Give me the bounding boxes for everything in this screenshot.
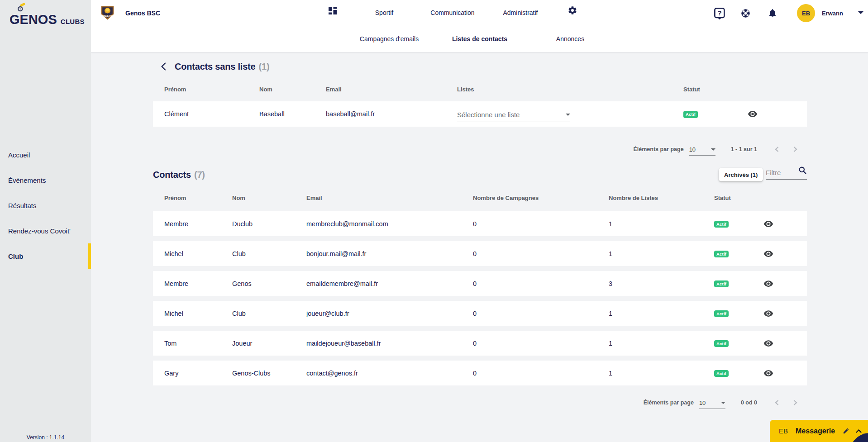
user-menu-caret-icon[interactable]	[858, 11, 863, 14]
column-header-nom: Nom	[232, 195, 306, 201]
cell-first-name: Membre	[164, 220, 232, 228]
cell-email: emaildemembre@mail.fr	[306, 280, 473, 287]
logo-text-primary: GENOS	[10, 12, 57, 27]
subnav-item-campagnes[interactable]: Campagnes d'emails	[360, 35, 419, 43]
paginator-label: Éléments par page	[633, 146, 683, 152]
list-select-placeholder: Sélectionne une liste	[457, 111, 520, 119]
nav-item-communication[interactable]: Communication	[430, 9, 474, 16]
compose-pencil-icon[interactable]	[843, 428, 849, 434]
cell-email: contact@genos.fr	[306, 370, 473, 377]
nav-item-sportif[interactable]: Sportif	[375, 9, 393, 16]
cell-campaigns: 0	[473, 220, 609, 228]
cell-lists: 1	[609, 340, 714, 347]
cell-last-name: Joueur	[232, 340, 306, 347]
cell-campaigns: 0	[473, 310, 609, 317]
cell-last-name: Genos-Clubs	[232, 370, 306, 377]
search-icon[interactable]	[798, 166, 807, 175]
table-row: Michel Club joueur@club.fr 0 1 Actif	[153, 301, 807, 326]
settings-gear-icon[interactable]	[568, 5, 577, 15]
status-badge: Actif	[714, 251, 729, 257]
view-eye-icon[interactable]	[762, 219, 775, 229]
paginator-range: 0 od 0	[741, 399, 757, 406]
section-title-text: Contacts	[153, 170, 191, 180]
cell-first-name: Tom	[164, 340, 232, 347]
app-logo: GENOS CLUBS	[10, 12, 85, 27]
page-size-value: 10	[689, 146, 696, 153]
view-eye-icon[interactable]	[762, 338, 775, 348]
section-count: (1)	[259, 62, 270, 71]
column-header-statut: Statut	[714, 195, 751, 201]
cell-email: maildejoueur@baseball.fr	[306, 340, 473, 347]
apps-grid-icon[interactable]	[329, 7, 337, 14]
select-caret-icon	[721, 402, 725, 404]
table-row: Michel Club bonjour.mail@mail.fr 0 1 Act…	[153, 241, 807, 266]
subnav-item-listes-de-contacts[interactable]: Listes de contacts	[452, 35, 507, 43]
select-caret-icon	[711, 148, 715, 151]
archived-button[interactable]: Archivés (1)	[719, 168, 763, 181]
table-row: Clément Baseball baseball@mail.fr Sélect…	[153, 101, 807, 127]
list-select[interactable]: Sélectionne une liste	[457, 111, 570, 122]
cell-campaigns: 0	[473, 340, 609, 347]
cell-lists: 1	[609, 220, 714, 228]
view-eye-icon[interactable]	[762, 249, 775, 259]
sidebar-item-rendez-vous-covoit[interactable]: Rendez-vous Covoit'	[0, 218, 91, 243]
cell-last-name: Club	[232, 310, 306, 317]
table-row: Gary Genos-Clubs contact@genos.fr 0 1 Ac…	[153, 361, 807, 385]
cell-first-name: Michel	[164, 250, 232, 257]
column-header-prenom: Prénom	[164, 86, 259, 93]
cell-last-name: Genos	[232, 280, 306, 287]
sidebar-item-club[interactable]: Club	[0, 243, 91, 269]
column-header-nombre-campagnes: Nombre de Campagnes	[473, 195, 609, 201]
club-name: Genos BSC	[125, 10, 160, 17]
filter-input[interactable]	[766, 166, 797, 178]
messenger-title: Messagerie	[796, 427, 835, 435]
sidebar-item-resultats[interactable]: Résultats	[0, 193, 91, 218]
view-eye-icon[interactable]	[746, 109, 759, 119]
contacts-table-header: Prénom Nom Email Nombre de Campagnes Nom…	[153, 190, 807, 205]
subnav-item-annonces[interactable]: Annonces	[556, 35, 584, 43]
sidebar-item-label: Rendez-vous Covoit'	[8, 227, 71, 235]
svg-text:?: ?	[717, 9, 721, 17]
status-badge: Actif	[683, 111, 698, 118]
status-badge: Actif	[714, 370, 729, 377]
next-page-icon[interactable]	[790, 397, 801, 409]
sidebar-item-accueil[interactable]: Accueil	[0, 142, 91, 167]
expand-chevron-up-icon[interactable]	[856, 429, 862, 433]
page-size-select[interactable]: 10	[699, 399, 725, 409]
cell-email: baseball@mail.fr	[326, 110, 457, 118]
no-list-paginator: Éléments par page 10 1 - 1 sur 1	[153, 139, 807, 159]
messenger-user-initials: EB	[779, 427, 788, 435]
notifications-bell-icon[interactable]	[768, 8, 777, 18]
cell-campaigns: 0	[473, 250, 609, 257]
section-title-text: Contacts sans liste	[175, 62, 256, 71]
logo-text-secondary: CLUBS	[61, 18, 85, 25]
back-arrow-icon[interactable]	[161, 62, 166, 71]
view-eye-icon[interactable]	[762, 368, 775, 378]
user-avatar[interactable]: EB	[797, 4, 815, 22]
cell-lists: 3	[609, 280, 714, 287]
help-icon[interactable]: ?	[714, 8, 725, 19]
section-title-contacts-sans-liste: Contacts sans liste(1)	[175, 62, 269, 72]
table-row: Membre Genos emaildemembre@mail.fr 0 3 A…	[153, 271, 807, 296]
previous-page-icon[interactable]	[772, 397, 782, 409]
previous-page-icon[interactable]	[772, 143, 782, 155]
column-header-email: Email	[306, 195, 473, 201]
cell-email: membreclub@monmail.com	[306, 220, 473, 228]
page-size-value: 10	[699, 399, 706, 406]
cell-first-name: Michel	[164, 310, 232, 317]
section-count: (7)	[194, 170, 205, 180]
cell-last-name: Club	[232, 250, 306, 257]
view-eye-icon[interactable]	[762, 309, 775, 318]
paginator-range: 1 - 1 sur 1	[731, 146, 757, 152]
sidebar-item-label: Accueil	[8, 151, 30, 159]
lifebuoy-icon[interactable]	[741, 9, 750, 18]
cell-first-name: Membre	[164, 280, 232, 287]
cell-lists: 1	[609, 250, 714, 257]
sidebar-item-label: Événements	[8, 176, 46, 184]
page-size-select[interactable]: 10	[689, 146, 715, 156]
view-eye-icon[interactable]	[762, 279, 775, 289]
messenger-bar[interactable]: EB Messagerie	[770, 420, 868, 442]
sidebar-item-evenements[interactable]: Événements	[0, 167, 91, 193]
nav-item-administratif[interactable]: Administratif	[503, 9, 538, 16]
next-page-icon[interactable]	[790, 143, 801, 155]
